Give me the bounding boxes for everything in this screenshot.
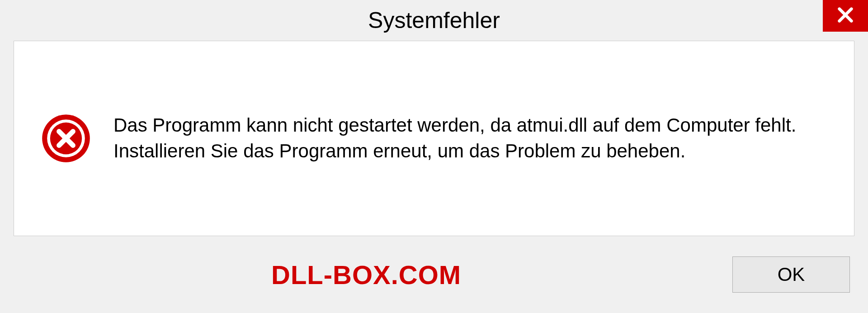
error-icon — [41, 114, 91, 163]
footer: DLL-BOX.COM OK — [0, 250, 868, 313]
titlebar: Systemfehler — [0, 0, 868, 41]
ok-button[interactable]: OK — [732, 256, 850, 293]
dialog-title: Systemfehler — [368, 7, 500, 33]
content-area: Das Programm kann nicht gestartet werden… — [14, 41, 854, 236]
close-button[interactable] — [823, 0, 868, 32]
error-dialog: Systemfehler Das Programm kann nicht ges… — [0, 0, 868, 313]
error-message: Das Programm kann nicht gestartet werden… — [113, 113, 827, 164]
close-icon — [836, 6, 854, 26]
watermark-text: DLL-BOX.COM — [271, 260, 461, 290]
